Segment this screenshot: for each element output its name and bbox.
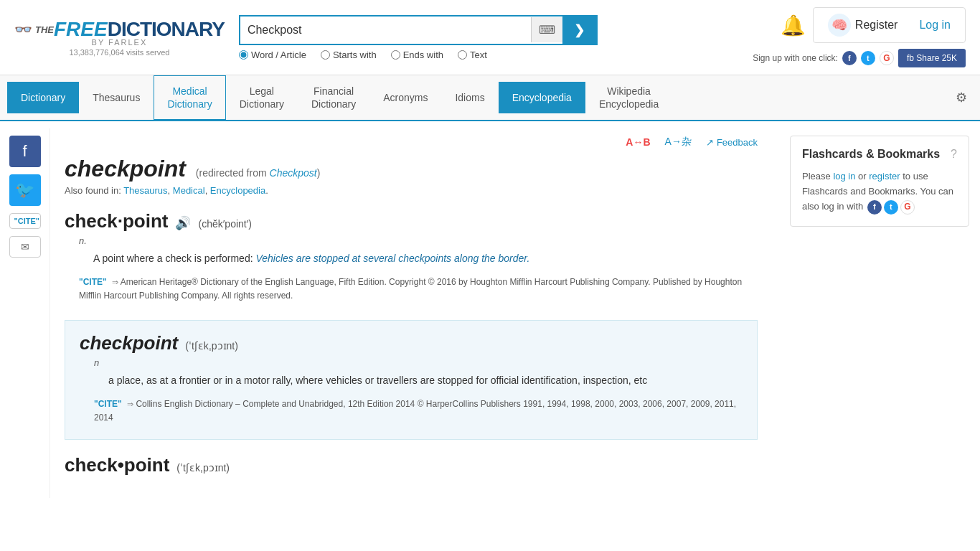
flashcard-widget: Flashcards & Bookmarks ? Please log in o… [790, 136, 969, 226]
bell-icon: 🔔 [781, 14, 806, 37]
twitter-share-button[interactable]: 🐦 [9, 174, 41, 206]
entry-2-header: checkpoint (ˈtʃɛkˌpɔɪnt) [80, 332, 743, 354]
option-text[interactable]: Text [458, 50, 487, 60]
flashcard-header: Flashcards & Bookmarks ? [802, 148, 957, 161]
settings-icon[interactable]: ⚙ [950, 84, 973, 111]
tab-wikipedia-encyclopedia[interactable]: WikipediaEncyclopedia [585, 75, 672, 120]
flashcard-title: Flashcards & Bookmarks [802, 148, 940, 161]
entry-1-pronunciation: (chĕk′point′) [198, 218, 252, 230]
visit-count: 13,383,776,064 visits served [69, 48, 169, 57]
tab-idioms[interactable]: Idioms [441, 82, 498, 113]
twitter-signin-icon[interactable]: t [861, 51, 875, 65]
flashcard-fb-icon[interactable]: f [867, 200, 882, 215]
flashcard-tw-icon[interactable]: t [884, 200, 898, 215]
tab-acronyms[interactable]: Acronyms [369, 82, 441, 113]
entry-1-header: check·point 🔊 (chĕk′point′) [65, 210, 758, 232]
entry-3-word: check•point [65, 454, 169, 476]
entry-3-header: check•point (ˈtʃɛkˌpɔɪnt) [65, 454, 758, 476]
google-signin-icon[interactable]: G [880, 51, 894, 65]
feedback-link[interactable]: ↗ Feedback [706, 137, 758, 148]
entry-3-pronunciation: (ˈtʃɛkˌpɔɪnt) [176, 462, 230, 474]
entry-1-link-icon: ⇒ [112, 278, 118, 286]
entry-2-link-icon: ⇒ [127, 400, 133, 408]
flashcard-social-icons: f t G [867, 200, 915, 215]
sign-up-row: Sign up with one click: f t G fb Share 2… [753, 49, 966, 67]
search-area: ⌨ ❯ Word / Article Starts with Ends with… [239, 15, 598, 60]
share-button[interactable]: fb Share 25K [898, 49, 966, 67]
entry-2-word: checkpoint [80, 332, 178, 354]
facebook-icon: f [22, 142, 27, 161]
search-bar: ⌨ ❯ [239, 15, 598, 45]
option-word-article[interactable]: Word / Article [239, 50, 306, 60]
twitter-icon: 🐦 [15, 181, 34, 199]
facebook-share-button[interactable]: f [9, 136, 41, 167]
glasses-icon: 👓 [14, 21, 32, 38]
flashcard-login-link[interactable]: log in [833, 171, 855, 182]
entry-1-definition: A point where a check is performed: Vehi… [93, 250, 758, 266]
login-link[interactable]: Log in [919, 19, 951, 32]
logo-area: 👓 THE FREE DICTIONARY BY FARLEX 13,383,7… [14, 18, 225, 57]
tab-medical-dictionary[interactable]: MedicalDictionary [154, 75, 225, 120]
tab-encyclopedia[interactable]: Encyclopedia [499, 82, 585, 113]
font-size-label: A→杂 [665, 136, 692, 149]
logo-byfarlex: BY FARLEX [92, 38, 148, 47]
keyboard-button[interactable]: ⌨ [531, 17, 562, 42]
entry-2: checkpoint (ˈtʃɛkˌpɔɪnt) n a place, as a… [65, 320, 758, 440]
font-size-button[interactable]: A→杂 [665, 136, 692, 149]
entry-2-definition: a place, as at a frontier or in a motor … [108, 372, 743, 388]
toolbar-row: A↔B A→杂 ↗ Feedback [65, 136, 758, 149]
flashcard-body: Please log in or register to use Flashca… [802, 169, 957, 214]
main-layout: f 🐦 "CITE" ✉ A↔B A→杂 ↗ Feedback checkpoi… [0, 121, 980, 505]
tab-thesaurus[interactable]: Thesaurus [79, 82, 154, 113]
tab-legal-dictionary[interactable]: LegalDictionary [226, 75, 298, 120]
option-starts-with[interactable]: Starts with [321, 50, 377, 60]
tab-dictionary[interactable]: Dictionary [7, 82, 79, 113]
main-word: checkpoint [65, 156, 186, 182]
feedback-label: Feedback [717, 137, 758, 148]
nav-tabs: Dictionary Thesaurus MedicalDictionary L… [0, 75, 980, 121]
auth-panel: 🧠 Register Log in [813, 7, 966, 43]
email-icon: ✉ [21, 241, 29, 253]
entry-1-example: Vehicles are stopped at several checkpoi… [255, 253, 529, 264]
entry-2-pronunciation: (ˈtʃɛkˌpɔɪnt) [185, 340, 238, 352]
also-found-thesaurus[interactable]: Thesaurus [123, 185, 167, 196]
content-area: A↔B A→杂 ↗ Feedback checkpoint (redirecte… [50, 128, 779, 498]
search-button[interactable]: ❯ [562, 17, 596, 44]
entry-3: check•point (ˈtʃɛkˌpɔɪnt) [65, 454, 758, 476]
redirected-from: (redirected from Checkpost) [196, 167, 321, 179]
email-button[interactable]: ✉ [9, 236, 41, 258]
tab-financial-dictionary[interactable]: FinancialDictionary [298, 75, 369, 120]
speaker-icon-1[interactable]: 🔊 [175, 215, 191, 231]
also-found-medical[interactable]: Medical [173, 185, 205, 196]
cite-button[interactable]: "CITE" [9, 213, 41, 229]
entry-1-word: check·point [65, 210, 168, 232]
entry-2-cite: "CITE" ⇒ Collins English Dictionary – Co… [94, 395, 743, 428]
word-heading-block: checkpoint (redirected from Checkpost) [65, 156, 758, 182]
entry-1-cite-tag[interactable]: "CITE" [79, 277, 107, 287]
translate-ab-label: A↔B [626, 136, 650, 148]
register-icon: 🧠 [828, 14, 851, 37]
feedback-icon: ↗ [706, 137, 714, 148]
facebook-signin-icon[interactable]: f [842, 51, 857, 65]
header: 👓 THE FREE DICTIONARY BY FARLEX 13,383,7… [0, 0, 980, 75]
translate-button[interactable]: A↔B [626, 136, 650, 148]
help-icon[interactable]: ? [951, 148, 957, 161]
flashcard-register-link[interactable]: register [869, 171, 900, 182]
flashcard-gg-icon[interactable]: G [900, 200, 915, 215]
entry-1-cite: "CITE" ⇒ American Heritage® Dictionary o… [79, 273, 758, 306]
entry-2-cite-tag[interactable]: "CITE" [94, 399, 122, 409]
also-found-encyclopedia[interactable]: Encyclopedia [210, 185, 265, 196]
entry-2-pos: n [94, 357, 743, 368]
logo-the: THE [35, 24, 54, 35]
also-found: Also found in: Thesaurus, Medical, Encyc… [65, 185, 758, 196]
entry-1: check·point 🔊 (chĕk′point′) n. A point w… [65, 210, 758, 306]
search-input[interactable] [240, 18, 531, 42]
right-panel: Flashcards & Bookmarks ? Please log in o… [779, 128, 980, 498]
entry-1-pos: n. [79, 235, 758, 246]
left-sidebar: f 🐦 "CITE" ✉ [0, 128, 50, 498]
option-ends-with[interactable]: Ends with [391, 50, 443, 60]
search-options: Word / Article Starts with Ends with Tex… [239, 50, 598, 60]
register-link[interactable]: 🧠 Register [828, 14, 898, 37]
